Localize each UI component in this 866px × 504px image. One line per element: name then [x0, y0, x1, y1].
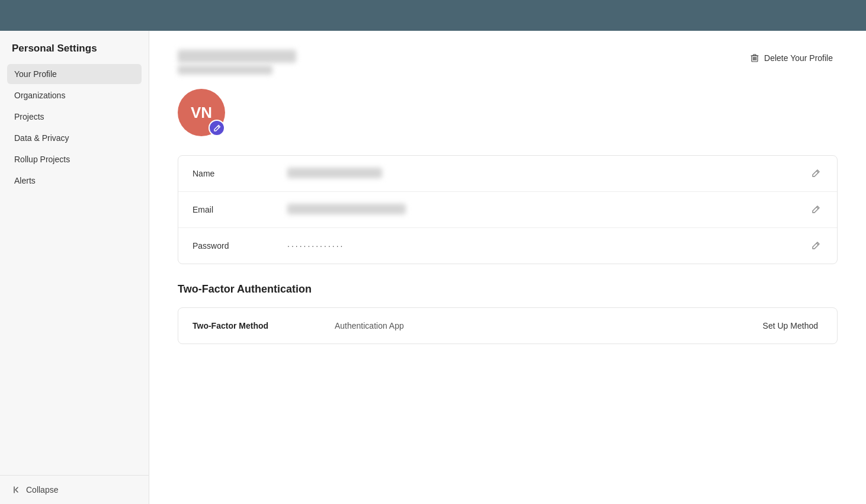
tfa-card: Two-Factor Method Authentication App Set…	[178, 307, 838, 344]
field-row-password: Password ··············	[178, 228, 837, 264]
sidebar: Personal Settings Your Profile Organizat…	[0, 31, 149, 504]
pencil-icon	[811, 169, 820, 178]
field-value-name	[287, 168, 809, 180]
avatar-edit-button[interactable]	[209, 120, 225, 136]
name-value-blurred	[287, 168, 382, 178]
collapse-button[interactable]: Collapse	[0, 475, 149, 504]
field-value-password: ··············	[287, 241, 809, 251]
main-content: Delete Your Profile VN Name	[149, 31, 866, 504]
sidebar-item-rollup-projects[interactable]: Rollup Projects	[7, 149, 142, 169]
sidebar-item-projects[interactable]: Projects	[7, 107, 142, 127]
edit-email-button[interactable]	[809, 203, 823, 217]
tfa-method-label: Two-Factor Method	[193, 321, 335, 330]
collapse-icon	[12, 485, 21, 495]
top-bar	[0, 0, 866, 31]
edit-name-button[interactable]	[809, 166, 823, 181]
tfa-row: Two-Factor Method Authentication App Set…	[178, 308, 837, 344]
tfa-section-title: Two-Factor Authentication	[178, 283, 838, 296]
profile-name-blurred	[178, 50, 296, 63]
field-row-name: Name	[178, 156, 837, 192]
profile-email-blurred	[178, 65, 272, 75]
field-row-email: Email	[178, 192, 837, 228]
field-label-password: Password	[193, 241, 287, 251]
field-label-email: Email	[193, 205, 287, 214]
setup-method-button[interactable]: Set Up Method	[758, 319, 823, 333]
trash-icon	[750, 53, 759, 63]
svg-rect-3	[756, 57, 757, 60]
field-label-name: Name	[193, 169, 287, 178]
profile-fields-card: Name Email	[178, 155, 838, 264]
svg-rect-2	[754, 57, 755, 60]
sidebar-item-alerts[interactable]: Alerts	[7, 171, 142, 191]
delete-profile-button[interactable]: Delete Your Profile	[745, 50, 838, 66]
tfa-method-value: Authentication App	[335, 321, 758, 330]
field-value-email	[287, 204, 809, 216]
pencil-avatar-icon	[213, 124, 221, 132]
pencil-icon-password	[811, 241, 820, 251]
email-value-blurred	[287, 204, 406, 214]
avatar-container: VN	[178, 89, 225, 136]
sidebar-title: Personal Settings	[0, 43, 149, 64]
pencil-icon-email	[811, 205, 820, 214]
profile-name-block	[178, 50, 296, 75]
svg-rect-1	[753, 57, 754, 60]
edit-password-button[interactable]	[809, 239, 823, 253]
sidebar-item-data-privacy[interactable]: Data & Privacy	[7, 128, 142, 148]
profile-header: Delete Your Profile	[178, 50, 838, 75]
sidebar-nav: Your Profile Organizations Projects Data…	[0, 64, 149, 475]
sidebar-item-organizations[interactable]: Organizations	[7, 85, 142, 105]
sidebar-item-your-profile[interactable]: Your Profile	[7, 64, 142, 84]
tfa-section: Two-Factor Authentication Two-Factor Met…	[178, 283, 838, 344]
